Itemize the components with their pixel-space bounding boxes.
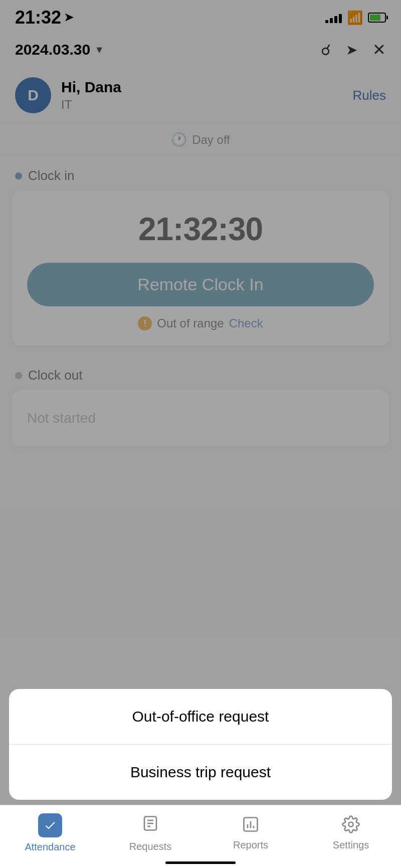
out-of-office-label: Out-of-office request <box>132 708 269 725</box>
nav-item-settings[interactable]: Settings <box>301 815 401 851</box>
out-of-office-option[interactable]: Out-of-office request <box>9 689 392 745</box>
business-trip-label: Business trip request <box>130 764 271 781</box>
requests-label: Requests <box>129 841 172 852</box>
nav-item-reports[interactable]: Reports <box>200 815 301 851</box>
bottom-nav: Attendance Requests <box>0 805 401 868</box>
attendance-icon <box>38 813 62 837</box>
svg-point-8 <box>349 822 353 827</box>
requests-icon <box>141 814 159 837</box>
settings-icon <box>342 815 360 835</box>
business-trip-option[interactable]: Business trip request <box>9 745 392 800</box>
sheet-options-container: Out-of-office request Business trip requ… <box>9 689 392 800</box>
nav-item-attendance[interactable]: Attendance <box>0 813 100 853</box>
nav-item-requests[interactable]: Requests <box>100 814 200 852</box>
bottom-sheet: Out-of-office request Business trip requ… <box>0 689 401 868</box>
settings-label: Settings <box>333 839 369 851</box>
attendance-label: Attendance <box>25 841 75 853</box>
reports-label: Reports <box>233 839 268 851</box>
home-indicator <box>165 861 236 864</box>
reports-icon <box>242 815 260 835</box>
